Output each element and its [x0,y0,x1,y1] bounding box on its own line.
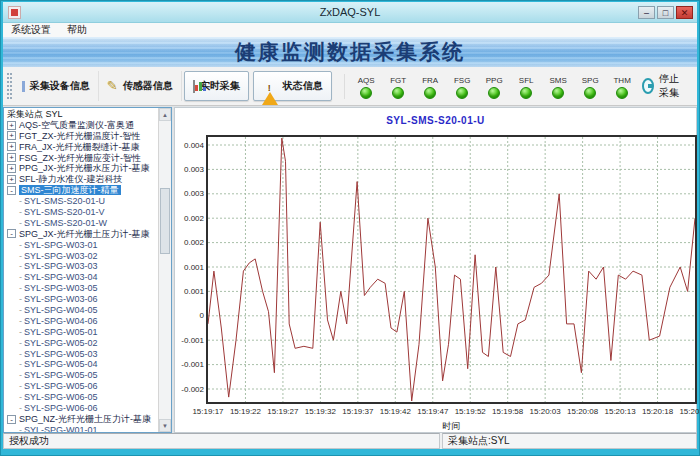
y-tick-label: 0.001 [175,263,204,272]
tree-connector: - [19,327,22,337]
tree-node-label: SMS-三向加速度计-精量 [19,185,121,195]
stop-collect-button[interactable]: 停止采集 [642,72,687,100]
tree-leaf-syl-sms-s20-01-w[interactable]: -SYL-SMS-S20-01-W [4,218,158,229]
banner: 健康监测数据采集系统 [3,37,697,67]
indicator-label: FGT [390,76,406,85]
tree-leaf-syl-spg-w01-01[interactable]: -SYL-SPG-W01-01 [4,425,158,432]
menu-item-system-settings[interactable]: 系统设置 [3,23,59,37]
scroll-down-icon[interactable]: ▼ [159,419,171,432]
status-message: 授权成功 [3,433,440,449]
y-tick-label: -0.001 [175,336,204,345]
toolbar: 采集设备信息✎传感器信息实时采集状态信息 AQSFGTFRAFSGPPGSFLS… [3,67,697,106]
tree-node-ppg-jx[interactable]: +PPG_JX-光纤光栅水压力计-基康 [4,163,158,174]
chart-panel: SYL-SMS-S20-01-U 0.0040.0030.0030.0020.0… [174,107,697,433]
x-tick-label: 15:19:22 [226,407,264,416]
tree-leaf-syl-spg-w04-05[interactable]: -SYL-SPG-W04-05 [4,305,158,316]
tree-leaf-syl-spg-w05-01[interactable]: -SYL-SPG-W05-01 [4,327,158,338]
scroll-up-icon[interactable]: ▲ [159,108,171,121]
indicator-label: AQS [358,76,375,85]
expand-icon[interactable]: + [7,164,16,173]
tree-connector: - [19,403,22,413]
x-tick-label: 15:19:42 [376,407,414,416]
y-tick-label: 0.004 [175,141,204,150]
realtime-collect-button[interactable]: 实时采集 [184,71,249,101]
tree-node-spg-jx[interactable]: -SPG_JX-光纤光栅土压力计-基康 [4,229,158,240]
tree-leaf-syl-spg-w05-03[interactable]: -SYL-SPG-W05-03 [4,349,158,360]
tree-connector: - [19,261,22,271]
indicator-fra: FRA [419,76,442,99]
tree-connector: - [19,240,22,250]
close-button[interactable]: ✕ [676,6,693,19]
indicator-sms: SMS [547,76,570,99]
tree-leaf-label: SYL-SPG-W05-04 [24,359,98,369]
tree-leaf-syl-spg-w05-02[interactable]: -SYL-SPG-W05-02 [4,338,158,349]
indicator-aqs: AQS [355,76,378,99]
tree-node-label: SPG_NZ-光纤光栅土压力计-基康 [19,414,151,424]
expand-icon[interactable]: + [7,142,16,151]
app-window: ZxDAQ-SYL – □ ✕ 系统设置帮助 健康监测数据采集系统 采集设备信息… [0,0,700,456]
green-led-icon [584,87,596,99]
tree-node-sfl[interactable]: +SFL-静力水准仪-建岩科技 [4,174,158,185]
tree-root[interactable]: 采集站点 SYL [4,109,158,120]
x-tick-label: 15:20:08 [564,407,602,416]
maximize-button[interactable]: □ [657,6,674,19]
x-tick-label: 15:20:23 [676,407,700,416]
indicator-thm: THM [611,76,634,99]
tree-leaf-syl-spg-w03-06[interactable]: -SYL-SPG-W03-06 [4,294,158,305]
y-tick-label: -0.001 [175,360,204,369]
expand-icon[interactable]: + [7,153,16,162]
green-led-icon [488,87,500,99]
expand-icon[interactable]: + [7,121,16,130]
tree-leaf-syl-spg-w03-05[interactable]: -SYL-SPG-W03-05 [4,283,158,294]
tree-leaf-syl-spg-w03-02[interactable]: -SYL-SPG-W03-02 [4,251,158,262]
tree-leaf-syl-spg-w03-01[interactable]: -SYL-SPG-W03-01 [4,240,158,251]
tree-scrollbar[interactable]: ▲ ▼ [158,108,171,432]
tree-node-sms[interactable]: -SMS-三向加速度计-精量 [4,185,158,196]
sensor-info-button[interactable]: ✎传感器信息 [99,71,182,101]
expand-icon[interactable]: + [7,175,16,184]
indicator-label: SPG [582,76,599,85]
tree-leaf-syl-spg-w05-05[interactable]: -SYL-SPG-W05-05 [4,370,158,381]
status-info-button[interactable]: 状态信息 [253,71,332,101]
tree-leaf-syl-spg-w03-04[interactable]: -SYL-SPG-W03-04 [4,272,158,283]
tree-node-label: SPG_JX-光纤光栅土压力计-基康 [19,229,150,239]
indicator-sfl: SFL [515,76,538,99]
x-tick-label: 15:20:03 [526,407,564,416]
tree-leaf-syl-spg-w04-06[interactable]: -SYL-SPG-W04-06 [4,316,158,327]
tree-leaf-label: SYL-SPG-W03-06 [24,294,98,304]
sensor-info-label: 传感器信息 [123,79,173,93]
y-tick-label: -0.002 [175,385,204,394]
scrollbar-thumb[interactable] [160,188,170,254]
status-station: 采集站点:SYL [442,433,697,449]
tree-leaf-syl-spg-w06-05[interactable]: -SYL-SPG-W06-05 [4,392,158,403]
main-area: 采集站点 SYL+AQS-空气质量监测仪-富奥通+FGT_ZX-光纤光栅温度计-… [3,106,697,433]
tree-node-fra-jx[interactable]: +FRA_JX-光纤光栅裂缝计-基康 [4,142,158,153]
tree-leaf-syl-sms-s20-01-v[interactable]: -SYL-SMS-S20-01-V [4,207,158,218]
collapse-icon[interactable]: - [7,229,16,238]
tree-node-label: AQS-空气质量监测仪-富奥通 [19,120,134,130]
tree-leaf-label: SYL-SPG-W01-01 [24,425,98,432]
tree-node-fgt-zx[interactable]: +FGT_ZX-光纤光栅温度计-智性 [4,131,158,142]
collapse-icon[interactable]: - [7,415,16,424]
tree-leaf-syl-spg-w05-04[interactable]: -SYL-SPG-W05-04 [4,359,158,370]
tree-leaf-label: SYL-SPG-W05-05 [24,370,98,380]
collapse-icon[interactable]: - [7,186,16,195]
app-icon [8,6,21,19]
tree-connector: - [19,338,22,348]
tree-leaf-syl-sms-s20-01-u[interactable]: -SYL-SMS-S20-01-U [4,196,158,207]
toolbar-grip-icon [7,73,12,99]
tree-leaf-label: SYL-SMS-S20-01-U [24,196,105,206]
x-tick-label: 15:19:58 [489,407,527,416]
menu-item-help[interactable]: 帮助 [59,23,95,37]
device-info-button[interactable]: 采集设备信息 [14,71,99,101]
tree-node-aqs[interactable]: +AQS-空气质量监测仪-富奥通 [4,120,158,131]
expand-icon[interactable]: + [7,131,16,140]
tree-leaf-syl-spg-w06-06[interactable]: -SYL-SPG-W06-06 [4,403,158,414]
minimize-button[interactable]: – [638,6,655,19]
tree-node-spg-nz[interactable]: -SPG_NZ-光纤光栅土压力计-基康 [4,414,158,425]
channel-indicators: AQSFGTFRAFSGPPGSFLSMSSPGTHM [344,74,642,99]
tree-node-fsg-zx[interactable]: +FSG_ZX-光纤光栅应变计-智性 [4,153,158,164]
tree-leaf-syl-spg-w03-03[interactable]: -SYL-SPG-W03-03 [4,261,158,272]
tree-leaf-syl-spg-w05-06[interactable]: -SYL-SPG-W05-06 [4,381,158,392]
y-tick-label: 0.001 [175,287,204,296]
